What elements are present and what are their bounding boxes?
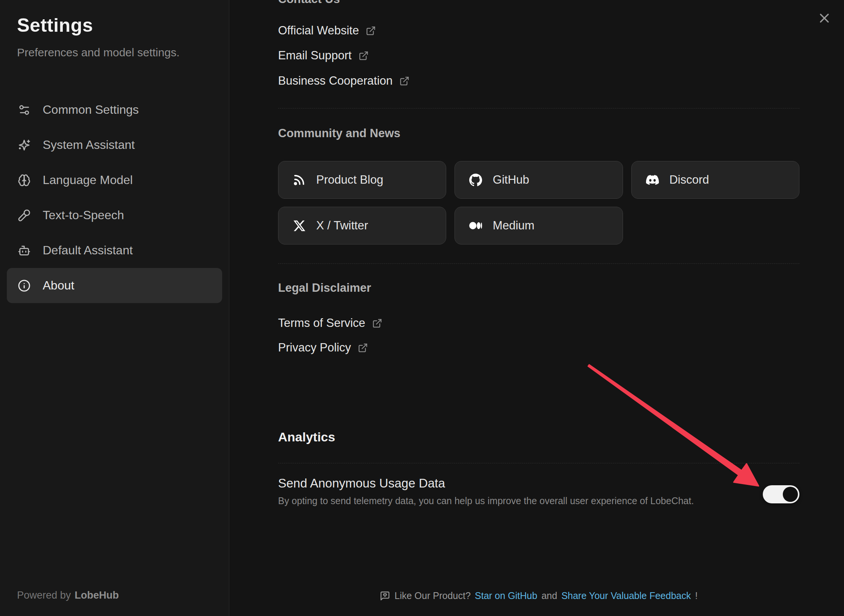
settings-modal: Settings Preferences and model settings.… [0, 0, 844, 616]
official-website-link[interactable]: Official Website [278, 23, 376, 38]
github-button[interactable]: GitHub [454, 161, 623, 199]
share-feedback-link[interactable]: Share Your Valuable Feedback [561, 590, 691, 601]
rss-icon [292, 173, 306, 187]
footer-prefix: Like Our Product? [394, 590, 471, 601]
sidebar-item-common-settings[interactable]: Common Settings [7, 92, 222, 127]
sidebar-menu: Common Settings System Assistant Languag… [7, 92, 222, 303]
sidebar-item-label: Text-to-Speech [43, 208, 124, 222]
mic-icon [18, 209, 31, 222]
github-icon [468, 173, 483, 187]
contact-us-heading: Contact Us [278, 0, 340, 7]
legal-heading: Legal Disclaimer [278, 280, 371, 296]
send-usage-data-label: Send Anonymous Usage Data [278, 475, 445, 492]
sliders-icon [18, 104, 31, 116]
toggle-knob [783, 487, 798, 502]
close-icon [817, 11, 832, 26]
section-divider [278, 108, 799, 108]
info-icon [18, 279, 31, 292]
message-heart-icon [380, 591, 390, 601]
sidebar-item-label: Default Assistant [43, 243, 133, 257]
external-link-icon [358, 343, 368, 353]
discord-icon [645, 173, 660, 187]
page-title: Settings [17, 14, 93, 36]
close-button[interactable] [815, 9, 833, 27]
product-blog-button[interactable]: Product Blog [278, 161, 446, 199]
send-usage-data-toggle[interactable] [763, 485, 799, 503]
medium-icon [468, 218, 483, 233]
discord-button[interactable]: Discord [631, 161, 799, 199]
settings-content: Contact Us Official Website Email Suppor… [230, 0, 844, 616]
section-divider [278, 463, 799, 463]
star-on-github-link[interactable]: Star on GitHub [475, 590, 537, 601]
x-twitter-button[interactable]: X / Twitter [278, 207, 446, 245]
sidebar: Settings Preferences and model settings.… [0, 0, 229, 616]
analytics-heading: Analytics [278, 428, 335, 446]
section-divider [278, 263, 799, 264]
sparkles-icon [18, 139, 31, 152]
sidebar-item-label: System Assistant [43, 138, 135, 152]
community-buttons: Product Blog GitHub Discord [278, 161, 799, 245]
sidebar-item-label: Common Settings [43, 103, 139, 117]
privacy-policy-link[interactable]: Privacy Policy [278, 340, 368, 355]
send-usage-data-description: By opting to send telemetry data, you ca… [278, 494, 694, 508]
powered-by-text: Powered by [17, 590, 71, 601]
bot-icon [18, 244, 31, 257]
business-cooperation-link[interactable]: Business Cooperation [278, 73, 410, 88]
sidebar-item-label: Language Model [43, 173, 133, 187]
community-heading: Community and News [278, 126, 400, 141]
sidebar-item-text-to-speech[interactable]: Text-to-Speech [7, 198, 222, 233]
sidebar-item-system-assistant[interactable]: System Assistant [7, 127, 222, 163]
powered-by: Powered byLobeHub [17, 590, 119, 601]
x-twitter-icon [292, 218, 306, 233]
lobehub-brand[interactable]: LobeHub [75, 590, 119, 601]
terms-of-service-link[interactable]: Terms of Service [278, 316, 382, 331]
sidebar-item-default-assistant[interactable]: Default Assistant [7, 233, 222, 268]
external-link-icon [359, 51, 369, 61]
sidebar-item-label: About [43, 279, 74, 293]
email-support-link[interactable]: Email Support [278, 48, 369, 63]
brain-icon [18, 174, 31, 187]
footer-conjunction: and [541, 590, 557, 601]
page-subtitle: Preferences and model settings. [17, 46, 179, 59]
external-link-icon [366, 26, 376, 36]
external-link-icon [399, 76, 410, 86]
sidebar-item-language-model[interactable]: Language Model [7, 163, 222, 198]
external-link-icon [372, 318, 382, 328]
footer: Like Our Product? Star on GitHub and Sha… [278, 590, 799, 601]
sidebar-item-about[interactable]: About [7, 268, 222, 303]
footer-suffix: ! [695, 590, 698, 601]
medium-button[interactable]: Medium [454, 207, 623, 245]
